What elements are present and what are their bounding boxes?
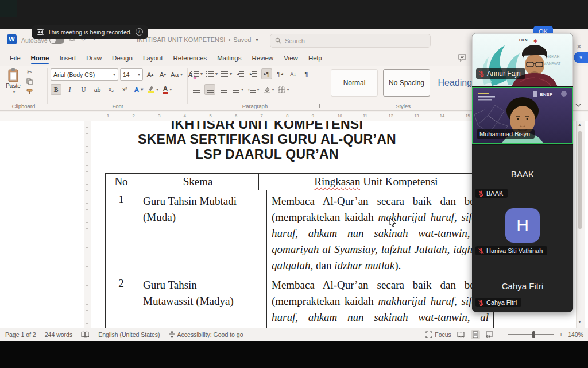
align-left-button[interactable] [191,84,202,95]
mic-muted-icon [478,300,484,306]
bisyri-bg-logo2 [561,91,567,97]
heading-line: SKEMA SERTIFIKASI GURU AL-QUR’AN [66,132,468,147]
scroll-down-icon[interactable]: ▼ [578,320,582,324]
web-layout-button[interactable] [485,330,494,339]
cut-icon[interactable]: ✂ [27,68,32,76]
video-tile-baak[interactable]: BAAK BAAK [472,145,573,203]
bullets-button[interactable]: ▾ [191,68,203,79]
zoom-in-button[interactable]: + [559,331,563,338]
participant-name: Muhammad Bisyri [479,131,530,137]
info-icon[interactable]: i [136,28,143,36]
shading-button[interactable]: ▾ [263,84,275,95]
italic-button[interactable]: I [64,84,75,95]
read-mode-button[interactable] [457,330,466,339]
zoom-out-button[interactable]: − [500,331,503,338]
superscript-button[interactable]: x² [119,84,130,95]
recording-text: This meeting is being recorded. [48,29,132,36]
menu-tab-review[interactable]: Review [246,51,278,66]
word-count[interactable]: 244 words [45,331,72,338]
clipboard-dialog-launcher[interactable] [41,104,45,108]
grow-font-button[interactable]: A▴ [145,69,156,80]
font-name-select[interactable]: Arial (Body CS) ▾ [51,68,118,80]
share-button-partial[interactable]: ▾ [574,52,588,63]
paste-button[interactable]: Paste ▾ [3,68,23,101]
strikethrough-button[interactable]: ab [92,84,103,95]
participant-video-panel: THN ✱ NGKAH AGI MANFAAT [472,33,573,312]
title-separator: • [228,36,230,43]
name-label: Annur Fajri [476,68,525,79]
menu-tab-references[interactable]: References [168,51,212,66]
close-icon[interactable]: × [577,41,582,51]
menu-tab-home[interactable]: Home [26,51,55,66]
decrease-indent-button[interactable]: ◂ [235,68,246,79]
paste-label: Paste [6,83,21,89]
style-normal[interactable]: Normal [331,69,378,97]
cell-skema: Guru TahsinMutawassit (Madya) [137,274,267,328]
font-size-select[interactable]: 14 ▾ [120,68,143,80]
header-no: No [106,174,137,190]
focus-button[interactable]: Focus [425,331,451,338]
increase-indent-button[interactable]: ▸ [248,68,259,79]
text-effects-button[interactable]: A▾ [133,84,144,95]
video-tile-cahya-fitri[interactable]: Cahya Fitri Cahya Fitri [472,260,573,312]
search-icon [275,37,281,45]
clipboard-group-label: Clipboard [0,103,47,109]
zoom-slider[interactable] [508,334,554,335]
numbering-button[interactable]: ▾ [206,68,218,79]
right-to-left-button[interactable]: ¶◂ [274,68,285,79]
print-layout-button[interactable] [471,330,480,339]
avatar: H [505,208,540,243]
video-tile-muhammad-bisyri[interactable]: BNSP Muhammad Bisyri [472,87,573,144]
menu-tab-insert[interactable]: Insert [54,51,81,66]
zoom-slider-thumb[interactable] [532,331,535,338]
menu-tab-mailings[interactable]: Mailings [212,51,246,66]
align-right-button[interactable] [218,84,229,95]
cell-ringkasan: Membaca Al-Qur’an secara baik dan benar(… [267,274,493,328]
font-dialog-launcher[interactable] [181,104,185,108]
style-no-spacing[interactable]: No Spacing [383,69,430,97]
shrink-font-button[interactable]: A▾ [157,69,168,80]
copy-icon[interactable] [26,78,33,86]
sort-button[interactable]: A↓ [288,68,299,79]
heading-line: LSP DAARUL QUR’AN [66,147,468,162]
screen: W AutoSave ↺ ▾ IKHTISAR UNIT KOMPETENSI … [0,0,588,368]
multilevel-list-button[interactable]: ▾ [220,68,233,79]
collapse-ribbon-icon[interactable] [575,99,581,109]
align-center-button[interactable] [204,84,215,95]
proofing-icon[interactable] [81,331,90,338]
menu-tab-help[interactable]: Help [303,51,327,66]
menu-tab-view[interactable]: View [278,51,303,66]
menu-tab-file[interactable]: File [5,51,26,66]
menu-tab-design[interactable]: Design [107,51,138,66]
search-input[interactable]: Search [270,34,431,48]
underline-button[interactable]: U [78,84,89,95]
clipboard-icon [7,68,20,83]
menu-tab-layout[interactable]: Layout [138,51,168,66]
language-indicator[interactable]: English (United States) [98,331,160,338]
format-painter-icon[interactable] [26,89,33,96]
annur-bg-brand: THN [519,38,528,42]
video-tile-annur-fajri[interactable]: THN ✱ NGKAH AGI MANFAAT [472,33,573,86]
accessibility-status[interactable]: Accessibility: Good to go [169,331,243,338]
justify-button[interactable]: ▾ [232,84,244,95]
zoom-level[interactable]: 140% [568,331,583,338]
document-title[interactable]: IKHTISAR UNIT KOMPETENSI • Saved ▾ [137,36,258,43]
line-spacing-button[interactable]: ↕▾ [247,84,260,95]
highlight-button[interactable]: ▾ [147,84,159,95]
scrollbar-thumb[interactable] [578,131,582,229]
subscript-button[interactable]: x₂ [106,84,117,95]
menu-tab-draw[interactable]: Draw [81,51,107,66]
bold-button[interactable]: B [51,84,61,95]
page-indicator[interactable]: Page 1 of 2 [5,331,36,338]
scroll-up-icon[interactable]: ▲ [578,122,582,126]
video-tile-haniva[interactable]: H Haniva Siti Vathinah [472,202,573,260]
change-case-button[interactable]: Aa▾ [170,69,183,80]
font-color-button[interactable]: A▾ [162,84,173,95]
comments-icon[interactable] [458,53,466,64]
left-to-right-button[interactable]: ▸¶ [261,68,272,79]
borders-button[interactable]: ▾ [278,84,290,95]
show-marks-button[interactable]: ¶ [301,68,312,79]
word-app-icon[interactable]: W [7,34,17,44]
mic-muted-icon [478,248,484,254]
paragraph-dialog-launcher[interactable] [316,104,320,108]
